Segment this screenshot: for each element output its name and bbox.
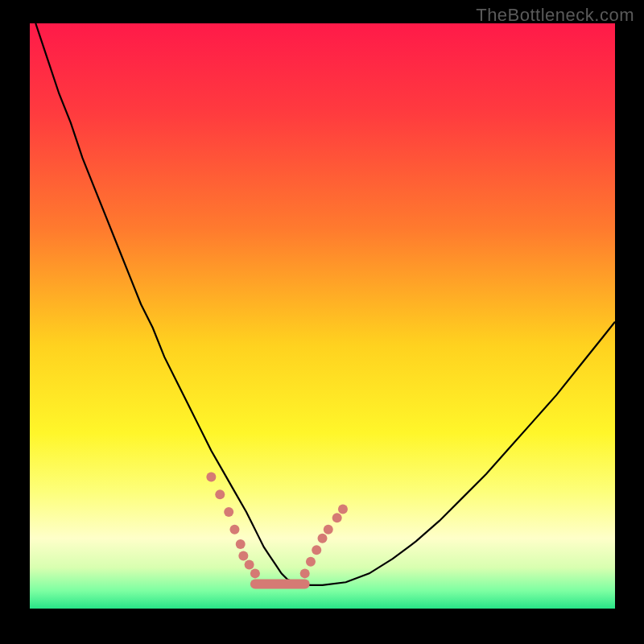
left-dip-markers — [206, 472, 216, 481]
plot-area — [30, 23, 615, 609]
right-dip-markers — [306, 557, 316, 567]
right-dip-markers — [332, 513, 342, 522]
left-dip-markers — [215, 489, 225, 499]
left-dip-markers — [224, 507, 233, 517]
watermark-text: TheBottleneck.com — [476, 5, 634, 26]
right-dip-markers — [324, 525, 333, 535]
chart-stage: TheBottleneck.com — [0, 0, 644, 644]
left-dip-markers — [229, 525, 239, 535]
right-dip-markers — [312, 545, 321, 555]
right-dip-markers — [300, 568, 310, 578]
curve-layer — [30, 23, 615, 609]
right-dip-markers — [338, 504, 348, 514]
left-dip-markers — [250, 568, 260, 578]
left-dip-markers — [245, 559, 254, 569]
left-dip-markers — [236, 539, 246, 549]
left-dip-markers — [238, 551, 248, 561]
series-curve — [35, 23, 615, 585]
right-dip-markers — [318, 534, 328, 543]
